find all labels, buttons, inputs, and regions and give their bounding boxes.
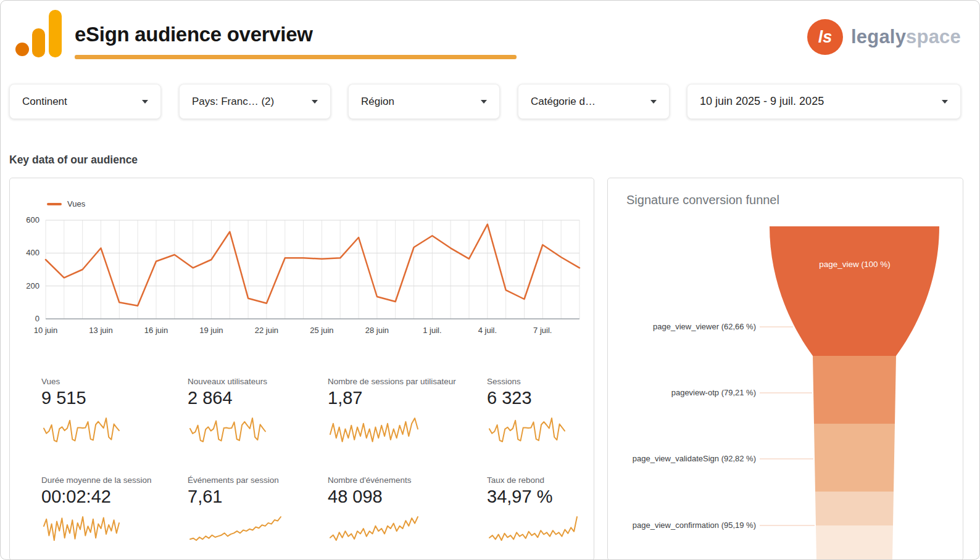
svg-text:19 juin: 19 juin — [199, 326, 223, 335]
svg-text:pageview-otp (79,21 %): pageview-otp (79,21 %) — [671, 388, 756, 397]
scorecard-taux-de-rebond: Taux de rebond 34,97 % — [487, 476, 584, 560]
svg-text:page_view_validateSign (92,82: page_view_validateSign (92,82 %) — [633, 454, 756, 463]
svg-text:13 juin: 13 juin — [89, 326, 112, 335]
svg-text:page_view_confirmation (95,19: page_view_confirmation (95,19 %) — [633, 521, 756, 530]
svg-text:25 juin: 25 juin — [310, 326, 333, 335]
vues-line-chart: 020040060010 juin13 juin16 juin19 juin22… — [15, 214, 586, 340]
svg-text:4 juil.: 4 juil. — [478, 326, 497, 335]
chevron-down-icon — [942, 100, 948, 104]
scorecard-sessions-par-utilisateur: Nombre de sessions par utilisateur 1,87 — [328, 377, 487, 476]
chevron-down-icon — [481, 100, 487, 104]
sparkline — [328, 514, 420, 543]
funnel-chart: page_view (100 %)page_view_viewer (62,66… — [608, 215, 963, 559]
filter-region-label: Région — [361, 96, 394, 108]
sparkline — [41, 416, 122, 444]
chevron-down-icon — [312, 100, 318, 104]
svg-text:page_view (100 %): page_view (100 %) — [819, 260, 891, 269]
svg-text:200: 200 — [26, 281, 39, 290]
chart-legend: Vues — [47, 199, 85, 208]
filter-pays[interactable]: Pays: Franc… (2) — [179, 84, 331, 119]
logo-dot — [15, 43, 29, 56]
filter-categorie[interactable]: Catégorie d… — [518, 84, 670, 119]
section-title: Key data of our audience — [9, 154, 138, 167]
sparkline — [188, 416, 268, 444]
brand-name: legalyspace — [851, 26, 961, 48]
svg-text:7 juil.: 7 juil. — [533, 326, 552, 335]
title-underline — [75, 55, 517, 59]
sparkline — [487, 416, 567, 444]
page-title: eSign audience overview — [75, 23, 313, 46]
funnel-title: Signature conversion funnel — [626, 193, 779, 207]
logo-bar-mid — [32, 28, 45, 57]
svg-text:600: 600 — [26, 215, 39, 224]
sparkline — [328, 416, 420, 444]
filter-pays-label: Pays: Franc… (2) — [192, 96, 274, 108]
svg-text:22 juin: 22 juin — [255, 326, 278, 335]
sparkline — [487, 514, 579, 543]
audience-card: Vues 020040060010 juin13 juin16 juin19 j… — [9, 178, 594, 560]
scorecard-evenements-par-session: Événements par session 7,61 — [188, 476, 328, 560]
filter-continent[interactable]: Continent — [9, 84, 161, 119]
svg-text:10 juin: 10 juin — [34, 326, 57, 335]
svg-text:16 juin: 16 juin — [144, 326, 168, 335]
scorecard-grid: Vues 9 515 Nouveaux utilisateurs 2 864 N… — [41, 377, 584, 560]
svg-text:page_view_viewer (62,66 %): page_view_viewer (62,66 %) — [653, 322, 756, 331]
legend-label: Vues — [67, 199, 85, 208]
scorecard-nombre-evenements: Nombre d'événements 48 098 — [328, 476, 487, 560]
svg-text:1 juil.: 1 juil. — [423, 326, 441, 335]
svg-text:28 juin: 28 juin — [365, 326, 389, 335]
svg-text:400: 400 — [26, 248, 39, 257]
chevron-down-icon — [650, 100, 657, 104]
dashboard: eSign audience overview ls legalyspace C… — [0, 0, 980, 560]
svg-text:0: 0 — [35, 314, 39, 323]
date-range-label: 10 juin 2025 - 9 juil. 2025 — [700, 95, 824, 108]
scorecard-vues: Vues 9 515 — [41, 377, 188, 476]
brand-monogram: ls — [818, 28, 833, 47]
funnel-card: Signature conversion funnel page_view (1… — [607, 178, 963, 560]
sparkline — [41, 514, 122, 543]
scorecard-sessions: Sessions 6 323 — [487, 377, 584, 476]
filter-categorie-label: Catégorie d… — [531, 96, 596, 108]
analytics-logo-icon — [15, 9, 65, 57]
scorecard-duree-moyenne: Durée moyenne de la session 00:02:42 — [41, 476, 188, 560]
scorecard-nouveaux-utilisateurs: Nouveaux utilisateurs 2 864 — [188, 377, 328, 476]
logo-bar-tall — [49, 10, 62, 57]
filter-date-range[interactable]: 10 juin 2025 - 9 juil. 2025 — [687, 84, 961, 119]
legalyspace-logo-icon: ls — [807, 19, 843, 55]
filter-continent-label: Continent — [22, 96, 67, 108]
sparkline — [188, 514, 283, 543]
chevron-down-icon — [142, 100, 148, 104]
brand-logo: ls legalyspace — [807, 19, 961, 55]
filter-region[interactable]: Région — [348, 84, 500, 119]
legend-line-icon — [47, 203, 62, 205]
